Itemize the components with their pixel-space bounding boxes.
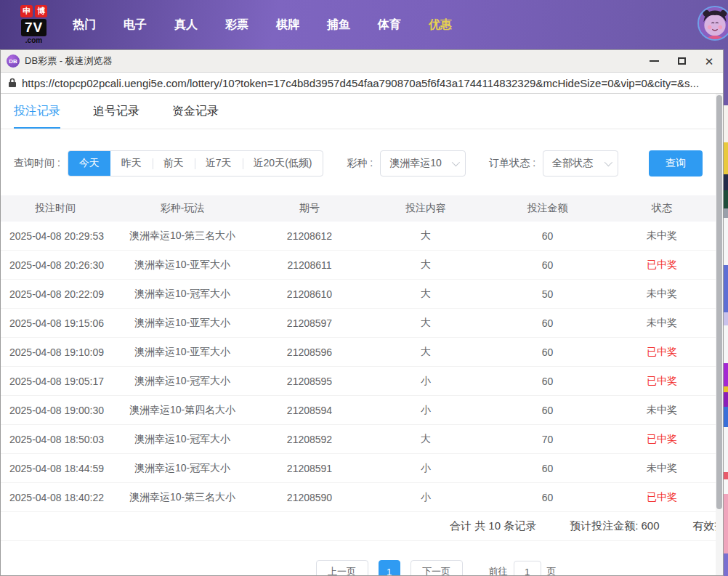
lottery-type-select[interactable]: 澳洲幸运10 — [380, 150, 466, 177]
table-row: 2025-04-08 20:26:30 澳洲幸运10-亚军大小 21208611… — [1, 251, 716, 280]
cell-bet-time: 2025-04-08 19:15:06 — [1, 317, 110, 329]
cell-issue: 21208611 — [255, 259, 364, 271]
avatar-illustration — [699, 7, 728, 39]
cell-game-play: 澳洲幸运10-第四名大小 — [110, 404, 255, 417]
cell-bet-time: 2025-04-08 20:29:53 — [1, 230, 110, 242]
cell-game-play: 澳洲幸运10-冠军大小 — [110, 433, 255, 446]
time-option-yesterday[interactable]: 昨天 — [110, 151, 153, 176]
cell-bet-time: 2025-04-08 19:10:09 — [1, 346, 110, 358]
cell-issue: 21208597 — [255, 317, 364, 329]
table-row: 2025-04-08 19:05:17 澳洲幸运10-冠军大小 21208595… — [1, 367, 716, 396]
cell-bet-time: 2025-04-08 19:05:17 — [1, 376, 110, 387]
table-row: 2025-04-08 20:22:09 澳洲幸运10-冠军大小 21208610… — [1, 280, 716, 309]
close-button[interactable]: ✕ — [695, 50, 723, 72]
scrollbar-track[interactable] — [716, 94, 723, 575]
cell-bet-content: 大 — [364, 317, 488, 330]
nav-item-electronic[interactable]: 电子 — [110, 17, 161, 33]
nav-item-promo[interactable]: 优惠 — [415, 17, 466, 33]
cell-bet-amount: 60 — [488, 346, 607, 358]
summary-expected-amount: 预计投注金额: 600 — [570, 519, 659, 533]
next-page-button[interactable]: 下一页 — [410, 560, 463, 576]
time-option-7days[interactable]: 近7天 — [195, 151, 243, 176]
bet-records-table: 投注时间 彩种-玩法 期号 投注内容 投注金额 状态 2025-04-08 20… — [1, 195, 716, 512]
cell-bet-content: 大 — [364, 433, 488, 446]
cell-bet-amount: 60 — [488, 492, 607, 503]
table-row: 2025-04-08 18:50:03 澳洲幸运10-冠军大小 21208592… — [1, 425, 716, 454]
table-row: 2025-04-08 20:29:53 澳洲幸运10-第三名大小 2120861… — [1, 222, 716, 251]
browser-title-bar[interactable]: DB DB彩票 - 极速浏览器 ✕ — [1, 50, 723, 72]
cell-bet-amount: 50 — [488, 288, 607, 300]
query-time-label: 查询时间 : — [14, 157, 60, 170]
table-row: 2025-04-08 18:40:22 澳洲幸运10-第三名大小 2120859… — [1, 483, 716, 512]
order-status-select[interactable]: 全部状态 — [543, 150, 618, 177]
search-button[interactable]: 查询 — [649, 150, 703, 177]
minimize-button[interactable] — [640, 50, 668, 72]
logo-suffix-text: .com — [25, 37, 42, 44]
cell-issue: 21208591 — [255, 463, 364, 474]
cell-bet-time: 2025-04-08 20:22:09 — [1, 288, 110, 300]
scrollbar-thumb[interactable] — [716, 95, 722, 509]
cell-game-play: 澳洲幸运10-冠军大小 — [110, 288, 255, 301]
cell-status: 未中奖 — [607, 404, 716, 417]
cell-issue: 21208595 — [255, 376, 364, 387]
nav-item-hot[interactable]: 热门 — [59, 17, 110, 33]
cell-game-play: 澳洲幸运10-冠军大小 — [110, 462, 255, 475]
time-option-day-before[interactable]: 前天 — [153, 151, 195, 176]
window-controls: ✕ — [640, 50, 723, 72]
cell-status: 已中奖 — [607, 259, 716, 272]
maximize-button[interactable] — [668, 50, 695, 72]
cell-game-play: 澳洲幸运10-亚军大小 — [110, 259, 255, 272]
nav-item-lottery[interactable]: 彩票 — [211, 17, 262, 33]
cell-game-play: 澳洲幸运10-冠军大小 — [110, 375, 255, 388]
column-header-status: 状态 — [607, 202, 716, 215]
cell-status: 未中奖 — [607, 317, 716, 330]
column-header-bet-time: 投注时间 — [1, 202, 110, 215]
cell-game-play: 澳洲幸运10-亚军大小 — [110, 346, 255, 359]
cell-bet-amount: 60 — [488, 230, 607, 242]
cell-bet-time: 2025-04-08 18:50:03 — [1, 434, 110, 445]
time-option-today[interactable]: 今天 — [68, 151, 110, 176]
url-text: https://ctopcp02pcali.uengi5e.com/lotter… — [22, 77, 699, 89]
cell-bet-amount: 70 — [488, 434, 607, 445]
summary-record-count: 合计 共 10 条记录 — [450, 519, 536, 533]
prev-page-button[interactable]: 上一页 — [316, 560, 368, 576]
cell-bet-content: 大 — [364, 259, 488, 272]
cell-status: 已中奖 — [607, 491, 716, 504]
cell-bet-amount: 60 — [488, 317, 607, 329]
pagination: 上一页 1 下一页 前往 页 — [75, 560, 724, 576]
tab-fund-records[interactable]: 资金记录 — [172, 104, 219, 129]
nav-item-sports[interactable]: 体育 — [364, 17, 415, 33]
cell-bet-content: 大 — [364, 230, 488, 243]
column-header-issue: 期号 — [255, 202, 364, 215]
summary-row: 合计 共 10 条记录 预计投注金额: 600 有效投注金额 — [1, 512, 724, 541]
nav-item-fishing[interactable]: 捕鱼 — [313, 17, 364, 33]
cell-game-play: 澳洲幸运10-亚军大小 — [110, 317, 255, 330]
minimize-icon — [650, 60, 659, 62]
column-header-game-play: 彩种-玩法 — [110, 202, 255, 215]
site-logo[interactable]: 申 博 7V .com — [20, 5, 47, 44]
cell-bet-amount: 60 — [488, 376, 607, 387]
order-status-value: 全部状态 — [552, 157, 593, 170]
goto-page-group: 前往 页 — [489, 561, 557, 576]
order-status-label: 订单状态 : — [489, 157, 535, 170]
nav-item-live[interactable]: 真人 — [161, 17, 211, 33]
avatar[interactable] — [697, 6, 728, 41]
cell-bet-content: 大 — [364, 288, 488, 301]
logo-badge-bo: 博 — [35, 5, 47, 17]
current-page-button[interactable]: 1 — [379, 560, 400, 576]
column-header-bet-amount: 投注金额 — [488, 202, 607, 215]
goto-label: 前往 — [489, 565, 508, 576]
nav-item-chess[interactable]: 棋牌 — [262, 17, 313, 33]
goto-page-input[interactable] — [514, 561, 541, 576]
close-icon: ✕ — [705, 56, 714, 67]
url-bar[interactable]: https://ctopcp02pcali.uengi5e.com/lotter… — [1, 72, 723, 94]
lock-icon — [8, 78, 17, 88]
cell-status: 已中奖 — [607, 375, 716, 388]
cell-status: 未中奖 — [607, 288, 716, 301]
time-option-20days[interactable]: 近20天(低频) — [243, 151, 323, 176]
lottery-type-value: 澳洲幸运10 — [389, 157, 442, 170]
tab-bet-records[interactable]: 投注记录 — [14, 104, 60, 129]
window-title: DB彩票 - 极速浏览器 — [25, 54, 113, 68]
cell-bet-content: 小 — [364, 375, 488, 388]
tab-chase-records[interactable]: 追号记录 — [93, 104, 139, 129]
